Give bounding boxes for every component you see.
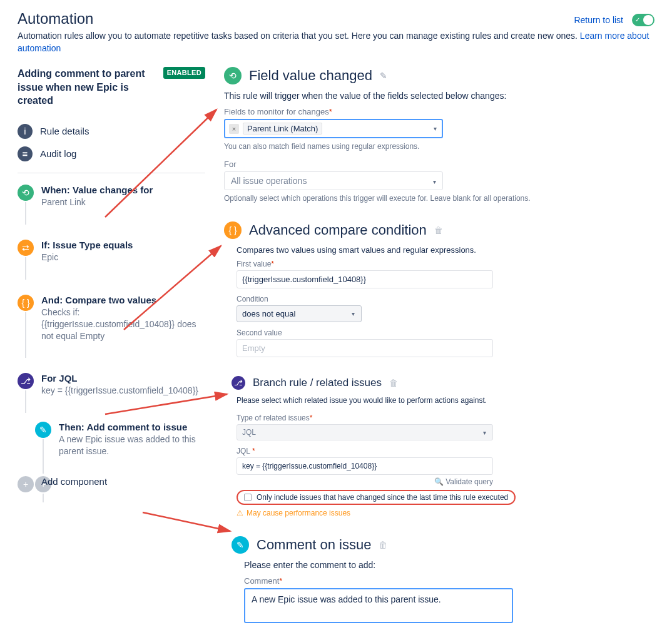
trigger-section-icon: ⟲ — [224, 67, 242, 84]
fields-label: Fields to monitor for changes* — [224, 107, 654, 116]
step-for-jql[interactable]: ⎇ For JQL key = {{triggerIssue.customfie… — [18, 373, 205, 397]
for-operations-select[interactable]: All issue operations ▾ — [224, 171, 443, 190]
divider — [18, 173, 205, 173]
condition-operator-select[interactable]: does not equal ▾ — [237, 305, 362, 322]
rule-name: Adding comment to parent issue when new … — [18, 67, 156, 108]
performance-warning: ⚠May cause performance issues — [237, 509, 654, 517]
plus-icon: + — [18, 476, 34, 492]
trash-icon[interactable]: 🗑 — [389, 378, 398, 388]
trigger-title: Field value changed — [249, 68, 372, 84]
rule-enabled-toggle[interactable]: ✓ — [632, 14, 654, 26]
warning-icon: ⚠ — [237, 509, 243, 517]
page-description: Automation rules allow you to automate r… — [18, 30, 654, 54]
second-value-input[interactable]: Empty — [237, 339, 493, 357]
second-value-label: Second value — [237, 328, 654, 337]
nav-audit-log[interactable]: ≡ Audit log — [18, 143, 205, 165]
comment-helper: Please enter the comment to add: — [244, 560, 654, 570]
condition-section-icon: { } — [224, 221, 242, 239]
type-related-select[interactable]: JQL ▾ — [237, 424, 493, 440]
branch-helper: Please select which related issue you wo… — [237, 396, 654, 405]
field-tag: Parent Link (Match) — [243, 123, 322, 135]
edit-icon[interactable]: ✎ — [380, 71, 387, 81]
list-icon: ≡ — [18, 146, 33, 161]
status-badge: ENABLED — [163, 67, 205, 79]
nav-rule-details[interactable]: i Rule details — [18, 120, 205, 143]
trigger-icon: ⟲ — [18, 185, 34, 201]
validate-query-link[interactable]: 🔍 Validate query — [237, 477, 493, 486]
branch-section-icon: ⎇ — [232, 376, 245, 390]
chevron-down-icon[interactable]: ▾ — [434, 125, 437, 132]
branch-block: ⎇ Branch rule / related issues 🗑 Please … — [224, 376, 654, 517]
action-icon: ✎ — [35, 422, 51, 438]
only-include-highlight: Only include issues that have changed si… — [237, 490, 516, 505]
first-value-input[interactable]: {{triggerIssue.customfield_10408}} — [237, 270, 493, 288]
type-label: Type of related issues* — [237, 414, 654, 422]
condition-block: { } Advanced compare condition 🗑 Compare… — [224, 221, 654, 357]
jql-label: JQL * — [237, 447, 654, 455]
fields-to-monitor-input[interactable]: × Parent Link (Match) ▾ — [224, 119, 443, 138]
trigger-helper: This rule will trigger when the value of… — [224, 91, 654, 101]
info-icon: i — [18, 124, 33, 139]
condition-helper: Compares two values using smart values a… — [237, 245, 654, 255]
comment-label: Comment* — [244, 576, 654, 586]
branch-icon: ⎇ — [18, 373, 34, 389]
for-label: For — [224, 160, 654, 169]
trash-icon[interactable]: 🗑 — [434, 225, 443, 235]
condition-op-label: Condition — [237, 295, 654, 303]
chevron-down-icon: ▾ — [433, 178, 436, 185]
step-if[interactable]: ⇄ If: Issue Type equals Epic — [18, 240, 205, 263]
remove-tag-icon[interactable]: × — [229, 124, 239, 134]
trash-icon[interactable]: 🗑 — [379, 540, 387, 550]
jql-input[interactable]: key = {{triggerIssue.customfield_10408}} — [237, 457, 493, 475]
fields-hint: You can also match field names using reg… — [224, 142, 654, 151]
return-to-list-link[interactable]: Return to list — [574, 15, 623, 25]
branch-title: Branch rule / related issues — [253, 377, 382, 389]
chevron-down-icon: ▾ — [352, 310, 355, 317]
trigger-block: ⟲ Field value changed ✎ This rule will t… — [224, 67, 654, 203]
page-title: Automation — [18, 10, 93, 28]
step-when[interactable]: ⟲ When: Value changes for Parent Link — [18, 185, 205, 208]
comment-title: Comment on issue — [257, 537, 371, 553]
step-and[interactable]: { } And: Compare two values Checks if:{{… — [18, 295, 205, 342]
chevron-down-icon: ▾ — [483, 429, 486, 436]
comment-section-icon: ✎ — [232, 536, 249, 554]
step-then[interactable]: ✎ Then: Add comment to issue A new Epic … — [35, 422, 205, 457]
condition-icon: ⇄ — [18, 240, 34, 256]
only-include-checkbox[interactable] — [244, 494, 252, 501]
condition-title: Advanced compare condition — [249, 222, 427, 238]
step-add-component[interactable]: + Add component — [18, 476, 205, 487]
comment-textarea[interactable]: A new Epic issue was added to this paren… — [244, 588, 513, 623]
for-hint: Optionally select which operations this … — [224, 194, 654, 203]
first-value-label: First value* — [237, 260, 654, 268]
comment-block: ✎ Comment on issue 🗑 Please enter the co… — [232, 536, 654, 625]
compare-icon: { } — [18, 295, 34, 311]
